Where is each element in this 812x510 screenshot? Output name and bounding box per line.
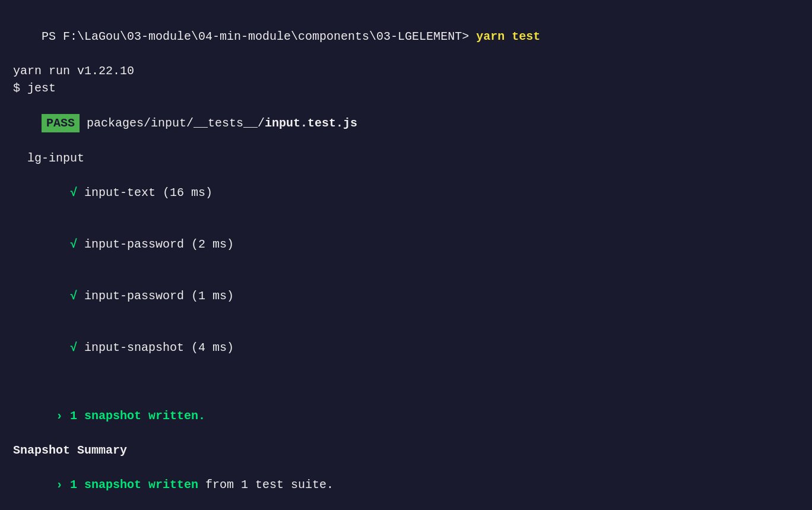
snapshot-written-text: 1 snapshot written. xyxy=(70,409,205,423)
pass-badge: PASS xyxy=(42,114,80,132)
test3-check: √ xyxy=(42,289,84,303)
test4-check: √ xyxy=(42,341,84,354)
snapshot-from-bold: 1 snapshot written xyxy=(70,478,198,492)
snapshot-summary-line: Snapshot Summary xyxy=(13,442,799,459)
test-file-path: packages/input/__tests__/ xyxy=(80,116,265,130)
snapshot-from-rest: from 1 test suite. xyxy=(198,478,334,492)
terminal-window: PS F:\LaGou\03-module\04-min-module\comp… xyxy=(13,11,799,510)
test1-name: input-text (16 ms) xyxy=(84,186,212,199)
test4-line: √ input-snapshot (4 ms) xyxy=(13,322,799,373)
prompt-line: PS F:\LaGou\03-module\04-min-module\comp… xyxy=(13,11,799,62)
snapshot-from-line: › 1 snapshot written from 1 test suite. xyxy=(13,459,799,510)
snapshot-written-line: › 1 snapshot written. xyxy=(13,390,799,442)
test2-line: √ input-password (2 ms) xyxy=(13,218,799,270)
snapshot-written-arrow: › xyxy=(42,409,70,423)
test3-name: input-password (1 ms) xyxy=(84,289,234,303)
snapshot-from-arrow: › xyxy=(42,478,70,492)
test-file-name: input.test.js xyxy=(265,116,357,130)
test1-check: √ xyxy=(42,186,84,199)
test4-name: input-snapshot (4 ms) xyxy=(84,341,234,354)
yarn-run-line: yarn run v1.22.10 xyxy=(13,62,799,80)
prompt-path: PS F:\LaGou\03-module\04-min-module\comp… xyxy=(42,30,476,43)
test3-line: √ input-password (1 ms) xyxy=(13,270,799,322)
jest-cmd-line: $ jest xyxy=(13,80,799,97)
pass-line: PASS packages/input/__tests__/input.test… xyxy=(13,97,799,150)
test1-line: √ input-text (16 ms) xyxy=(13,167,799,218)
blank-1 xyxy=(13,373,799,390)
prompt-command: yarn test xyxy=(476,30,540,43)
test2-name: input-password (2 ms) xyxy=(84,237,234,251)
suite-name-line: lg-input xyxy=(13,150,799,167)
test2-check: √ xyxy=(42,237,84,251)
